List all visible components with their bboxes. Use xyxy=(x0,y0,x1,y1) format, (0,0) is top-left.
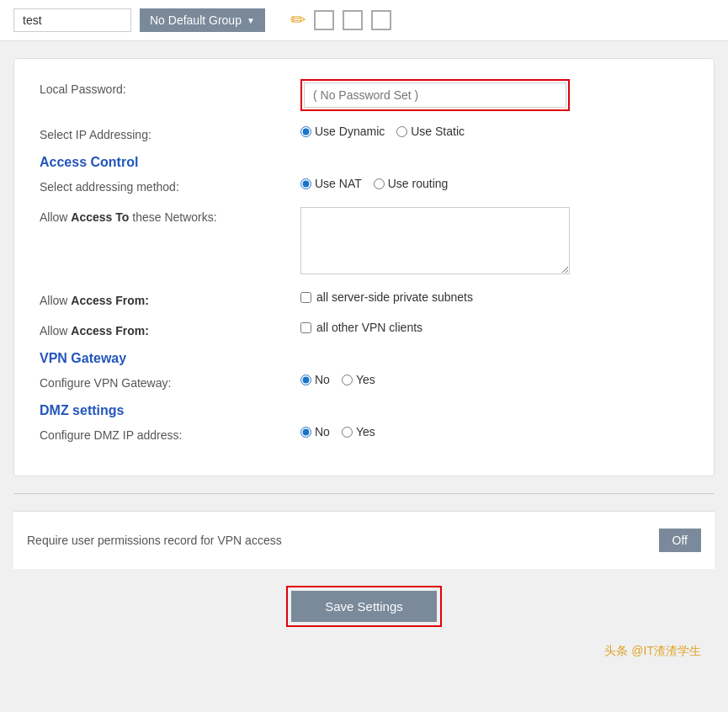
select-ip-row: Select IP Addressing: Use Dynamic Use St… xyxy=(40,125,688,141)
permission-label: Require user permissions record for VPN … xyxy=(27,534,282,547)
configure-vpn-row: Configure VPN Gateway: No Yes xyxy=(40,373,688,390)
select-arrow-icon: ▼ xyxy=(247,16,255,25)
dmz-yes-radio[interactable]: Yes xyxy=(342,425,375,438)
default-group-select[interactable]: No Default Group ▼ xyxy=(140,8,265,32)
vpn-yes-label: Yes xyxy=(356,373,375,386)
other-vpn-clients-label: all other VPN clients xyxy=(316,321,422,334)
access-from-bold-2: Access From: xyxy=(71,324,149,337)
server-side-subnets-checkbox-input[interactable] xyxy=(300,292,311,303)
watermark: 头条 @IT渣渣学生 xyxy=(13,635,715,676)
save-settings-button[interactable]: Save Settings xyxy=(291,591,437,622)
local-password-field xyxy=(300,79,688,111)
use-nat-radio-input[interactable] xyxy=(300,178,311,189)
select-ip-label: Select IP Addressing: xyxy=(40,125,300,141)
save-button-outer: Save Settings xyxy=(286,586,442,627)
other-vpn-clients-checkbox-input[interactable] xyxy=(300,322,311,333)
bottom-bar: Require user permissions record for VPN … xyxy=(13,511,715,569)
user-input[interactable] xyxy=(13,8,131,32)
vpn-no-radio-input[interactable] xyxy=(300,375,311,385)
form-panel: Local Password: Select IP Addressing: Us… xyxy=(13,58,715,476)
ip-addressing-field: Use Dynamic Use Static xyxy=(300,125,688,138)
dmz-ip-radio-group: No Yes xyxy=(300,425,688,438)
server-side-subnets-checkbox[interactable]: all server-side private subnets xyxy=(300,290,688,304)
use-static-radio[interactable]: Use Static xyxy=(396,125,465,138)
allow-access-from-label-2: Allow Access From: xyxy=(40,321,300,337)
top-bar: No Default Group ▼ ✏ xyxy=(0,0,728,41)
allow-access-from-row-2: Allow Access From: all other VPN clients xyxy=(40,321,688,337)
dmz-no-radio[interactable]: No xyxy=(300,425,330,438)
access-from-field-2: all other VPN clients xyxy=(300,321,688,334)
use-nat-radio[interactable]: Use NAT xyxy=(300,177,362,190)
allow-access-from-label-1: Allow Access From: xyxy=(40,290,300,307)
server-side-subnets-label: all server-side private subnets xyxy=(316,290,473,304)
other-vpn-clients-checkbox[interactable]: all other VPN clients xyxy=(300,321,688,334)
addressing-method-radio-group: Use NAT Use routing xyxy=(300,177,688,190)
vpn-no-label: No xyxy=(315,373,330,386)
toolbar-icons: ✏ xyxy=(290,9,391,31)
select-addressing-label: Select addressing method: xyxy=(40,177,300,194)
dmz-ip-field: No Yes xyxy=(300,425,688,438)
ip-addressing-radio-group: Use Dynamic Use Static xyxy=(300,125,688,138)
access-to-bold: Access To xyxy=(71,210,129,224)
allow-access-from-row-1: Allow Access From: all server-side priva… xyxy=(40,290,688,307)
main-content: Local Password: Select IP Addressing: Us… xyxy=(0,41,728,693)
use-dynamic-radio[interactable]: Use Dynamic xyxy=(300,125,385,138)
divider xyxy=(13,493,715,494)
access-from-field-1: all server-side private subnets xyxy=(300,290,688,304)
configure-dmz-row: Configure DMZ IP address: No Yes xyxy=(40,425,688,442)
access-control-title: Access Control xyxy=(40,155,688,170)
vpn-yes-radio-input[interactable] xyxy=(342,375,353,385)
use-static-label: Use Static xyxy=(411,125,465,138)
select-addressing-row: Select addressing method: Use NAT Use ro… xyxy=(40,177,688,194)
off-button[interactable]: Off xyxy=(659,529,701,552)
networks-textarea[interactable] xyxy=(300,207,570,274)
use-static-radio-input[interactable] xyxy=(396,126,407,137)
password-input[interactable] xyxy=(304,82,566,108)
save-button-wrapper: Save Settings xyxy=(13,569,715,635)
vpn-yes-radio[interactable]: Yes xyxy=(342,373,375,386)
select-label: No Default Group xyxy=(150,13,242,27)
vpn-gateway-radio-group: No Yes xyxy=(300,373,688,386)
checkbox-icon-1[interactable] xyxy=(314,10,334,30)
allow-access-to-label: Allow Access To these Networks: xyxy=(40,207,300,224)
vpn-gateway-field: No Yes xyxy=(300,373,688,386)
dmz-no-label: No xyxy=(315,425,330,438)
password-input-wrapper xyxy=(300,79,570,111)
checkbox-icon-3[interactable] xyxy=(371,10,391,30)
dmz-yes-label: Yes xyxy=(356,425,375,438)
vpn-gateway-title: VPN Gateway xyxy=(40,351,688,366)
access-from-bold-1: Access From: xyxy=(71,294,149,307)
checkbox-icon-2[interactable] xyxy=(343,10,363,30)
edit-icon[interactable]: ✏ xyxy=(290,9,306,31)
addressing-method-field: Use NAT Use routing xyxy=(300,177,688,190)
configure-dmz-label: Configure DMZ IP address: xyxy=(40,425,300,442)
allow-access-to-row: Allow Access To these Networks: xyxy=(40,207,688,277)
configure-vpn-label: Configure VPN Gateway: xyxy=(40,373,300,390)
dmz-no-radio-input[interactable] xyxy=(300,427,311,438)
networks-field xyxy=(300,207,688,277)
use-dynamic-label: Use Dynamic xyxy=(315,125,385,138)
use-nat-label: Use NAT xyxy=(315,177,362,190)
dmz-settings-title: DMZ settings xyxy=(40,403,688,418)
dmz-yes-radio-input[interactable] xyxy=(342,427,353,438)
vpn-no-radio[interactable]: No xyxy=(300,373,330,386)
use-routing-radio-input[interactable] xyxy=(374,178,385,189)
local-password-label: Local Password: xyxy=(40,79,300,96)
use-routing-label: Use routing xyxy=(388,177,449,190)
use-dynamic-radio-input[interactable] xyxy=(300,126,311,137)
local-password-row: Local Password: xyxy=(40,79,688,111)
use-routing-radio[interactable]: Use routing xyxy=(374,177,449,190)
